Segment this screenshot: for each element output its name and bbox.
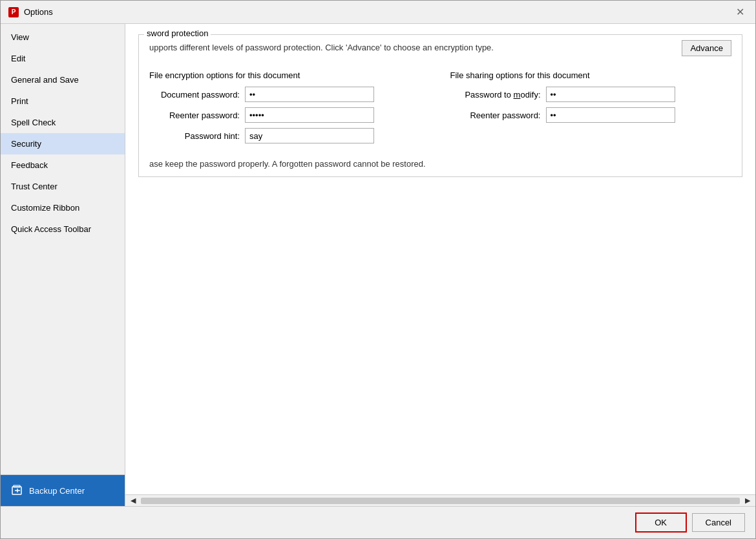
- warning-text: ase keep the password properly. A forgot…: [149, 159, 731, 169]
- sidebar-item-edit[interactable]: Edit: [1, 48, 125, 69]
- password-hint-input[interactable]: [245, 128, 374, 143]
- advance-button[interactable]: Advance: [682, 40, 731, 56]
- sharing-reenter-label: Reenter password:: [450, 111, 541, 120]
- password-hint-row: Password hint:: [149, 128, 431, 143]
- scroll-right-button[interactable]: ▶: [742, 496, 753, 505]
- reenter-password-input[interactable]: [245, 107, 374, 123]
- sharing-reenter-input[interactable]: [546, 107, 675, 123]
- sharing-reenter-row: Reenter password:: [450, 107, 732, 123]
- main-content: sword protection Advance upports differe…: [125, 24, 755, 506]
- section-description: upports different levels of password pro…: [149, 43, 731, 52]
- horizontal-scrollbar[interactable]: ◀ ▶: [125, 494, 755, 506]
- doc-password-label: Document password:: [149, 90, 240, 100]
- dialog-body: View Edit General and Save Print Spell C…: [1, 24, 755, 506]
- file-encryption-col: File encryption options for this documen…: [149, 70, 431, 149]
- backup-center-label: Backup Center: [29, 486, 85, 496]
- scroll-track[interactable]: [141, 498, 740, 504]
- section-header: Advance upports different levels of pass…: [149, 43, 731, 60]
- doc-password-input[interactable]: [245, 87, 374, 102]
- doc-password-row: Document password:: [149, 87, 431, 102]
- modify-password-row: Password to modify:: [450, 87, 732, 102]
- modify-password-input[interactable]: [546, 87, 675, 102]
- file-encryption-title: File encryption options for this documen…: [149, 70, 431, 80]
- sidebar-item-feedback[interactable]: Feedback: [1, 154, 125, 176]
- app-icon: P: [8, 7, 19, 17]
- sidebar-item-security[interactable]: Security: [1, 133, 125, 154]
- section-group-title: sword protection: [144, 28, 211, 38]
- sidebar: View Edit General and Save Print Spell C…: [1, 24, 125, 506]
- password-hint-label: Password hint:: [149, 131, 240, 141]
- sidebar-item-general-and-save[interactable]: General and Save: [1, 69, 125, 90]
- modify-password-label: Password to modify:: [450, 90, 541, 100]
- sidebar-item-trust-center[interactable]: Trust Center: [1, 176, 125, 197]
- file-sharing-title: File sharing options for this document: [450, 70, 732, 80]
- backup-center-button[interactable]: Backup Center: [1, 475, 125, 506]
- sidebar-item-quick-access-toolbar[interactable]: Quick Access Toolbar: [1, 218, 125, 240]
- ok-button[interactable]: OK: [635, 513, 687, 533]
- sidebar-item-customize-ribbon[interactable]: Customize Ribbon: [1, 197, 125, 218]
- file-sharing-col: File sharing options for this document P…: [450, 70, 732, 149]
- sidebar-bottom: Backup Center: [1, 474, 125, 506]
- reenter-password-row: Reenter password:: [149, 107, 431, 123]
- password-protection-group: sword protection Advance upports differe…: [138, 34, 742, 177]
- sidebar-item-print[interactable]: Print: [1, 90, 125, 112]
- encryption-section: File encryption options for this documen…: [149, 70, 731, 149]
- options-dialog: P Options ✕ View Edit General and Save P…: [0, 0, 756, 539]
- sidebar-item-view[interactable]: View: [1, 26, 125, 48]
- title-bar-left: P Options: [8, 7, 53, 17]
- scroll-left-button[interactable]: ◀: [128, 496, 138, 505]
- dialog-title: Options: [24, 7, 53, 17]
- title-bar: P Options ✕: [1, 1, 755, 24]
- content-area: sword protection Advance upports differe…: [125, 24, 755, 494]
- sidebar-item-spell-check[interactable]: Spell Check: [1, 112, 125, 133]
- reenter-password-label: Reenter password:: [149, 111, 240, 120]
- dialog-footer: OK Cancel: [1, 506, 755, 538]
- backup-icon: [11, 484, 24, 497]
- close-button[interactable]: ✕: [732, 5, 748, 20]
- cancel-button[interactable]: Cancel: [692, 513, 745, 532]
